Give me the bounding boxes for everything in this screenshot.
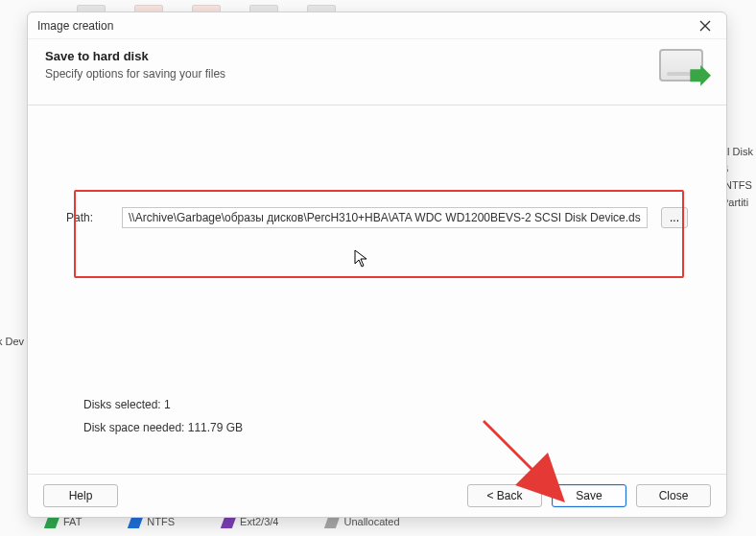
close-icon[interactable] bbox=[692, 15, 719, 36]
dialog-heading: Save to hard disk bbox=[45, 49, 648, 63]
dialog-body: Path: ... Disks selected: 1 Disk space n… bbox=[28, 105, 726, 474]
dialog-title: Image creation bbox=[37, 19, 692, 33]
disks-selected: Disks selected: 1 bbox=[83, 393, 243, 416]
cursor-icon bbox=[354, 249, 369, 271]
path-row: Path: ... bbox=[66, 207, 688, 228]
bg-left-peek: k Dev bbox=[0, 336, 24, 347]
stats-block: Disks selected: 1 Disk space needed: 111… bbox=[83, 393, 243, 439]
path-input[interactable] bbox=[122, 207, 648, 228]
titlebar: Image creation bbox=[28, 12, 726, 39]
save-to-disk-icon bbox=[659, 49, 709, 91]
help-button[interactable]: Help bbox=[43, 484, 118, 507]
image-creation-dialog: Image creation Save to hard disk Specify… bbox=[27, 12, 727, 518]
browse-button[interactable]: ... bbox=[661, 207, 688, 228]
dialog-subheading: Specify options for saving your files bbox=[45, 67, 648, 81]
space-needed: Disk space needed: 111.79 GB bbox=[83, 416, 243, 439]
close-button[interactable]: Close bbox=[636, 484, 711, 507]
dialog-header: Save to hard disk Specify options for sa… bbox=[28, 39, 726, 105]
path-label: Path: bbox=[66, 211, 108, 224]
dialog-footer: Help < Back Save Close bbox=[28, 474, 726, 517]
highlight-box bbox=[74, 190, 684, 278]
attention-arrow-icon bbox=[465, 412, 580, 511]
